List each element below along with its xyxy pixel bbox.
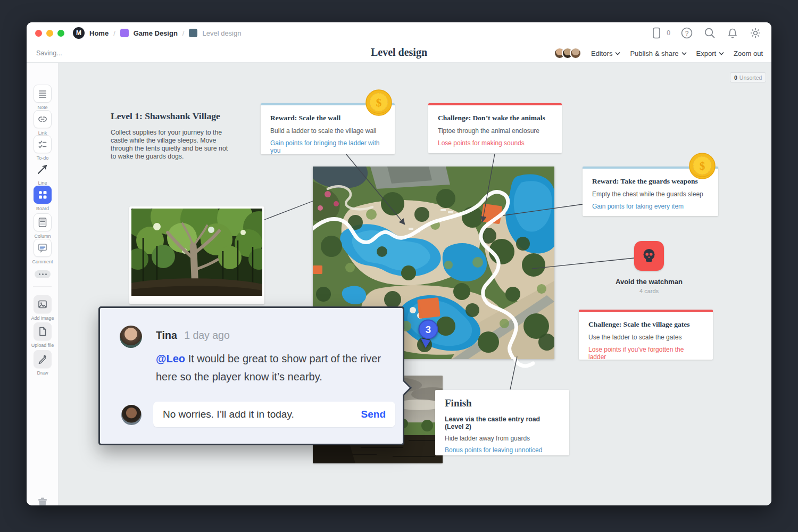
note-body: Collect supplies for your journey to the… xyxy=(111,129,232,161)
svg-text:$: $ xyxy=(376,96,382,109)
tool-upload-file[interactable]: Upload file xyxy=(27,322,59,348)
column-icon xyxy=(37,217,48,228)
tool-add-image[interactable]: Add image xyxy=(27,295,59,321)
breadcrumb-separator: / xyxy=(182,29,185,37)
traffic-lights xyxy=(35,30,64,37)
editor-avatars[interactable] xyxy=(554,47,581,59)
tool-trash[interactable]: Trash xyxy=(27,495,59,505)
comment-popup: Tina 1 day ago @Leo It would be great to… xyxy=(98,306,404,445)
help-icon[interactable]: ? xyxy=(680,27,693,39)
skull-tile[interactable] xyxy=(634,241,664,271)
avatar xyxy=(570,47,581,59)
tool-column[interactable]: Column xyxy=(27,213,59,239)
card-title: Challenge: Scale the village gates xyxy=(588,320,703,329)
board-canvas[interactable]: 0Unsorted Level 1: Shawshank Village Col… xyxy=(59,63,771,505)
subboard-count: 4 cards xyxy=(606,288,692,294)
avatar-leo xyxy=(121,405,142,425)
breadcrumb-board[interactable]: Game Design xyxy=(134,29,178,37)
publish-share-menu[interactable]: Publish & share xyxy=(630,49,686,57)
card-challenge-gates[interactable]: Challenge: Scale the village gates Use t… xyxy=(579,310,713,360)
note-title: Level 1: Shawshank Village xyxy=(111,111,232,122)
tool-line[interactable]: Line xyxy=(27,160,59,186)
subboard-label: Avoid the watchman xyxy=(606,278,692,286)
device-count: 0 xyxy=(667,29,670,37)
breadcrumb: M Home / Game Design / Level design xyxy=(73,27,241,39)
settings-gear-icon[interactable] xyxy=(749,27,762,39)
notifications-bell-icon[interactable] xyxy=(726,27,739,39)
close-window-button[interactable] xyxy=(35,30,42,37)
svg-text:3: 3 xyxy=(426,324,431,335)
card-link[interactable]: Gain points for taking every item xyxy=(592,203,709,210)
add-image-icon xyxy=(37,298,48,310)
card-link[interactable]: Gain points for bringing the ladder with… xyxy=(270,139,385,154)
card-body: Build a ladder to scale the village wall xyxy=(270,127,385,135)
export-menu[interactable]: Export xyxy=(696,49,725,57)
subboard-color-icon xyxy=(189,29,197,37)
board-toolbar: Saving... Level design Editors Publish &… xyxy=(27,44,771,63)
device-icon[interactable] xyxy=(652,27,663,39)
card-reward-scale-wall[interactable]: $ Reward: Scale the wall Build a ladder … xyxy=(261,103,395,154)
tool-draw[interactable]: Draw xyxy=(27,350,59,376)
link-icon xyxy=(37,113,48,125)
search-icon[interactable] xyxy=(703,27,716,39)
zoom-out-button[interactable]: Zoom out xyxy=(734,49,763,57)
editors-menu[interactable]: Editors xyxy=(591,49,620,57)
breadcrumb-separator: / xyxy=(113,29,115,37)
card-body: Use the ladder to scale the gates xyxy=(588,334,703,341)
avatar-tina xyxy=(120,326,142,348)
upload-file-icon xyxy=(37,326,48,337)
forest-image-card[interactable] xyxy=(129,206,264,304)
card-link[interactable]: Lose points for making sounds xyxy=(438,139,552,147)
send-button[interactable]: Send xyxy=(361,409,386,420)
app-logo-icon[interactable]: M xyxy=(73,27,85,39)
chevron-down-icon xyxy=(615,52,620,55)
card-challenge-animals[interactable]: Challenge: Don’t wake the animals Tiptoe… xyxy=(428,103,562,153)
chevron-down-icon xyxy=(681,52,687,55)
breadcrumb-home[interactable]: Home xyxy=(89,29,109,37)
unsorted-tray-button[interactable]: 0Unsorted xyxy=(730,72,766,82)
reply-input-value[interactable]: No worries. I’ll add it in today. xyxy=(163,409,361,420)
svg-text:?: ? xyxy=(685,30,689,37)
card-link[interactable]: Bonus points for leaving unnoticed xyxy=(445,446,560,454)
window-titlebar: M Home / Game Design / Level design 0 ? xyxy=(27,22,771,44)
app-window: M Home / Game Design / Level design 0 ? xyxy=(27,22,771,505)
reply-input[interactable]: No worries. I’ll add it in today. Send xyxy=(153,402,395,427)
tool-comment[interactable]: Comment xyxy=(27,239,59,264)
card-body: Tiptoe through the animal enclosure xyxy=(438,127,552,135)
coin-icon: $ xyxy=(365,89,393,117)
tool-note[interactable]: Note xyxy=(27,85,59,110)
note-icon xyxy=(37,88,48,99)
board-icon xyxy=(36,188,49,201)
level-note[interactable]: Level 1: Shawshank Village Collect suppl… xyxy=(111,111,232,161)
more-dots-icon xyxy=(35,270,51,278)
card-body: Empty the chest while the guards sleep xyxy=(592,190,709,198)
comment-text: @Leo It would be great to show part of t… xyxy=(156,350,382,386)
forest-image xyxy=(131,209,262,296)
sidebar-divider xyxy=(33,286,52,287)
card-line: Hide ladder away from guards xyxy=(445,435,560,442)
card-link[interactable]: Lose points if you’ve forgotten the ladd… xyxy=(588,346,703,361)
board-color-icon xyxy=(120,29,129,37)
tools-sidebar: Note Link To-do Line Board xyxy=(27,63,59,505)
comment-author: Tina xyxy=(156,329,177,341)
tool-todo[interactable]: To-do xyxy=(27,135,59,161)
maximize-window-button[interactable] xyxy=(57,30,64,37)
tool-link[interactable]: Link xyxy=(27,110,59,136)
minimize-window-button[interactable] xyxy=(46,30,53,37)
comment-icon xyxy=(37,242,48,254)
line-arrow-icon xyxy=(36,162,49,176)
todo-icon xyxy=(37,138,48,150)
mention-link[interactable]: @Leo xyxy=(156,353,185,364)
draw-pencil-icon xyxy=(37,353,48,365)
coin-icon: $ xyxy=(688,152,716,180)
card-accent xyxy=(428,103,562,105)
card-title: Finish xyxy=(445,397,560,409)
card-accent xyxy=(579,310,713,312)
card-reward-weapons[interactable]: $ Reward: Take the guards weapons Empty … xyxy=(583,167,718,216)
tool-board[interactable]: Board xyxy=(27,186,59,211)
tool-more[interactable] xyxy=(27,270,59,278)
subboard-avoid-watchman[interactable]: Avoid the watchman 4 cards xyxy=(606,241,692,294)
card-finish[interactable]: Finish Leave via the castle entry road (… xyxy=(435,390,569,455)
skull-icon xyxy=(640,247,658,265)
comment-timestamp: 1 day ago xyxy=(184,329,230,341)
